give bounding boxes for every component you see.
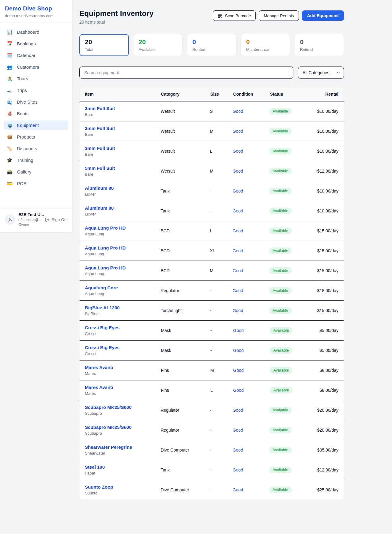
condition-link[interactable]: Good — [233, 368, 243, 373]
item-name-link[interactable]: Mares Avanti — [85, 365, 113, 370]
status-badge: Available — [269, 148, 292, 154]
item-name-link[interactable]: 5mm Full Suit — [85, 166, 115, 171]
rental-cell: $10.00/day — [317, 208, 338, 213]
stat-card-total[interactable]: 20 Total — [79, 34, 129, 56]
sidebar-item-dive-sites[interactable]: 🌊 Dive Sites — [4, 97, 68, 107]
stat-card-rented[interactable]: 0 Rented — [187, 34, 236, 56]
sidebar-item-tours[interactable]: 🏝️ Tours — [4, 74, 68, 83]
condition-link[interactable]: Good — [232, 189, 243, 193]
item-name-link[interactable]: Aqua Lung Pro HD — [85, 245, 126, 250]
brand-block: Demo Dive Shop demo.test.divestreams.com — [0, 0, 72, 23]
item-brand: Shearwater — [85, 451, 160, 456]
gallery-icon: 📸 — [7, 170, 13, 174]
item-name-link[interactable]: Aluminum 80 — [85, 205, 114, 211]
sidebar-item-bookings[interactable]: 📅 Bookings — [4, 39, 68, 48]
column-header-category: Category — [161, 92, 210, 97]
sidebar-item-boats[interactable]: ⛵ Boats — [4, 109, 68, 118]
rental-cell: $10.00/day — [317, 109, 338, 114]
rental-cell: $15.00/day — [317, 268, 338, 273]
sidebar-item-products[interactable]: 📦 Products — [4, 132, 68, 142]
sidebar-item-training[interactable]: 🎓 Training — [4, 155, 68, 165]
condition-link[interactable]: Good — [232, 228, 243, 233]
item-name-link[interactable]: Shearwater Peregrine — [85, 444, 132, 450]
sidebar-item-dashboard[interactable]: 📊 Dashboard — [4, 27, 68, 37]
table-row: Mares Avanti Mares Fins M Good Available… — [80, 360, 344, 380]
item-brand: Mares — [85, 391, 161, 396]
rental-cell: $12.00/day — [317, 169, 338, 174]
item-name-link[interactable]: Cressi Big Eyes — [85, 325, 119, 330]
item-brand: Aqua Lung — [85, 292, 160, 296]
category-cell: Tank — [160, 189, 210, 193]
sidebar-item-discounts[interactable]: 🏷️ Discounts — [4, 144, 68, 153]
user-name: E2E Test U... — [18, 212, 45, 217]
item-name-link[interactable]: Scubapro MK25/S600 — [85, 405, 132, 410]
condition-link[interactable]: Good — [232, 169, 243, 174]
user-block: E2E Test U... e2e-tester@... Owner Sign … — [0, 208, 72, 231]
item-name-link[interactable]: Cressi Big Eyes — [85, 345, 119, 350]
rental-cell: $15.00/day — [317, 308, 338, 313]
header-actions: Scan Barcode Manage Rentals Add Equipmen… — [213, 9, 344, 21]
boats-icon: ⛵ — [7, 111, 13, 116]
sidebar-item-label: Dashboard — [17, 29, 39, 35]
condition-link[interactable]: Good — [232, 487, 243, 492]
condition-link[interactable]: Good — [233, 348, 243, 353]
item-name-link[interactable]: Aqualung Core — [85, 285, 118, 290]
sidebar-item-pos[interactable]: 💳 POS — [4, 179, 68, 188]
category-cell: Regulator — [160, 428, 210, 433]
item-name-link[interactable]: Scubapro MK25/S600 — [85, 425, 132, 430]
item-name-link[interactable]: Aqua Lung Pro HD — [85, 265, 126, 270]
condition-link[interactable]: Good — [232, 149, 243, 154]
condition-link[interactable]: Good — [232, 467, 243, 472]
condition-link[interactable]: Good — [232, 248, 243, 253]
size-cell: M — [210, 368, 233, 373]
column-header-item: Item — [85, 92, 161, 97]
stat-card-retired[interactable]: 0 Retired — [294, 34, 344, 56]
item-name-link[interactable]: 3mm Full Suit — [85, 126, 115, 131]
item-brand: Suunto — [85, 491, 160, 495]
status-badge: Available — [269, 467, 292, 473]
manage-rentals-button[interactable]: Manage Rentals — [259, 10, 299, 21]
stat-card-maintenance[interactable]: 0 Maintenance — [241, 34, 290, 56]
sidebar-item-calendar[interactable]: 🗓️ Calendar — [4, 51, 68, 60]
rental-cell: $25.00/day — [317, 487, 338, 492]
sidebar-item-gallery[interactable]: 📸 Gallery — [4, 167, 68, 177]
condition-link[interactable]: Good — [232, 428, 243, 433]
condition-link[interactable]: Good — [232, 408, 243, 413]
condition-link[interactable]: Good — [232, 129, 243, 134]
condition-link[interactable]: Good — [232, 448, 243, 452]
item-brand: Bare — [85, 132, 160, 137]
item-name-link[interactable]: Suunto Zoop — [85, 484, 113, 490]
category-select[interactable]: All Categories — [298, 67, 344, 79]
sidebar-item-trips[interactable]: 🛥️ Trips — [4, 86, 68, 95]
category-cell: Mask — [161, 328, 210, 333]
item-name-link[interactable]: Aqua Lung Pro HD — [85, 225, 126, 231]
search-input[interactable] — [79, 67, 293, 79]
table-row: Suunto Zoop Suunto Dive Computer - Good … — [80, 480, 344, 500]
main-content: Equipment Inventory 20 items total Scan … — [79, 0, 344, 500]
sidebar-item-label: Dive Sites — [17, 99, 38, 105]
item-name-link[interactable]: Steel 100 — [85, 464, 105, 470]
item-name-link[interactable]: Aluminum 80 — [85, 185, 114, 191]
condition-link[interactable]: Good — [232, 288, 243, 293]
add-equipment-button[interactable]: Add Equipment — [302, 10, 344, 21]
sign-out-button[interactable]: Sign Out — [45, 217, 68, 222]
stat-label: Available — [139, 47, 177, 52]
sidebar-item-label: Boats — [17, 111, 28, 116]
stat-card-available[interactable]: 20 Available — [133, 34, 183, 56]
size-cell: L — [210, 228, 232, 233]
condition-link[interactable]: Good — [232, 268, 243, 273]
scan-barcode-button[interactable]: Scan Barcode — [213, 10, 256, 21]
item-name-link[interactable]: 3mm Full Suit — [85, 146, 115, 151]
condition-link[interactable]: Good — [233, 388, 243, 393]
category-cell: Wetsuit — [160, 169, 210, 174]
status-badge: Available — [270, 327, 292, 334]
condition-link[interactable]: Good — [232, 208, 243, 213]
condition-link[interactable]: Good — [232, 308, 243, 313]
item-name-link[interactable]: Mares Avanti — [85, 385, 113, 390]
condition-link[interactable]: Good — [232, 109, 243, 114]
item-name-link[interactable]: BigBlue AL1200 — [85, 305, 120, 310]
sidebar-item-customers[interactable]: 👥 Customers — [4, 62, 68, 72]
sidebar-item-equipment[interactable]: 🤿 Equipment — [4, 120, 68, 130]
item-name-link[interactable]: 3mm Full Suit — [85, 106, 115, 111]
condition-link[interactable]: Good — [233, 328, 243, 333]
